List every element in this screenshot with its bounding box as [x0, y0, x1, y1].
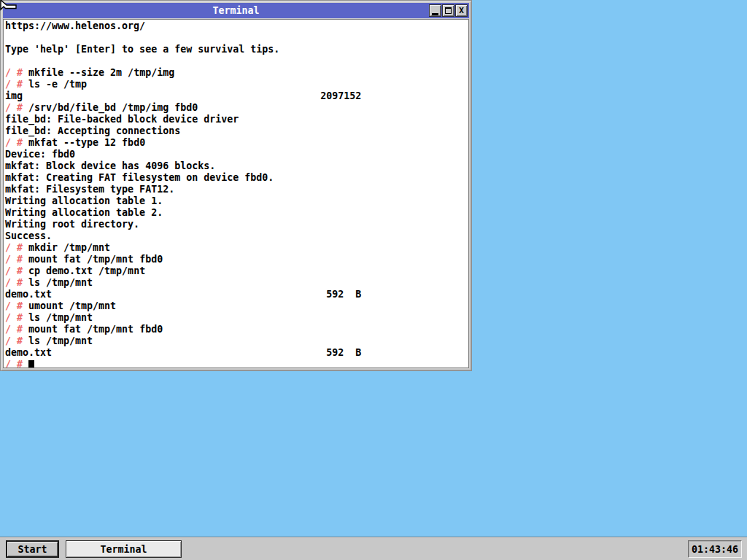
shell-prompt: / # — [5, 254, 28, 265]
terminal-line: / # — [5, 359, 468, 368]
terminal-line: mkfat: Block device has 4096 blocks. — [5, 160, 468, 172]
shell-prompt: / # — [5, 335, 28, 346]
shell-prompt: / # — [5, 277, 28, 288]
terminal-line: https://www.helenos.org/ — [5, 20, 468, 32]
shell-prompt: / # — [5, 79, 28, 90]
taskbar-clock: 01:43:46 — [688, 540, 742, 558]
terminal-line: file_bd: File-backed block device driver — [5, 114, 468, 125]
task-button-terminal[interactable]: Terminal — [66, 540, 182, 558]
terminal-line: Writing allocation table 2. — [5, 207, 468, 219]
minimize-icon — [432, 13, 438, 15]
shell-prompt: / # — [5, 359, 28, 368]
close-button[interactable]: X — [455, 4, 468, 17]
terminal-line: Type 'help' [Enter] to see a few surviva… — [5, 44, 468, 55]
terminal-line: / # mkdir /tmp/mnt — [5, 242, 468, 254]
terminal-line: / # cp demo.txt /tmp/mnt — [5, 265, 468, 277]
terminal-line: / # /srv/bd/file_bd /tmp/img fbd0 — [5, 102, 468, 114]
shell-prompt: / # — [5, 300, 28, 311]
shell-prompt: / # — [5, 324, 28, 335]
terminal-content[interactable]: https://www.helenos.org/ Type 'help' [En… — [3, 19, 469, 368]
shell-prompt: / # — [5, 265, 28, 276]
task-button-label: Terminal — [100, 544, 147, 555]
shell-prompt: / # — [5, 137, 28, 148]
window-controls: X — [429, 4, 468, 17]
terminal-line: / # mount fat /tmp/mnt fbd0 — [5, 324, 468, 335]
terminal-line: img 2097152 — [5, 90, 468, 102]
titlebar[interactable]: Terminal X — [3, 3, 469, 18]
close-icon: X — [459, 7, 464, 15]
terminal-line: mkfat: Filesystem type FAT12. — [5, 184, 468, 195]
maximize-icon — [445, 7, 452, 14]
terminal-line: / # ls -e /tmp — [5, 79, 468, 90]
shell-prompt: / # — [5, 102, 28, 113]
shell-prompt: / # — [5, 312, 28, 323]
shell-prompt: / # — [5, 242, 28, 253]
terminal-line: mkfat: Creating FAT filesystem on device… — [5, 172, 468, 184]
terminal-line — [5, 55, 468, 67]
terminal-line: Device: fbd0 — [5, 149, 468, 160]
terminal-line: demo.txt 592 B — [5, 347, 468, 359]
terminal-line — [5, 32, 468, 44]
terminal-line: Writing allocation table 1. — [5, 195, 468, 207]
terminal-line: Writing root directory. — [5, 219, 468, 230]
terminal-line: / # ls /tmp/mnt — [5, 277, 468, 289]
minimize-button[interactable] — [429, 4, 441, 17]
desktop: Terminal X https://www.helenos.org/ Type… — [0, 0, 747, 560]
window-title: Terminal — [212, 3, 259, 18]
start-button-label: Start — [18, 544, 47, 555]
terminal-line: / # ls /tmp/mnt — [5, 335, 468, 347]
clock-time: 01:43:46 — [692, 544, 738, 555]
terminal-line: demo.txt 592 B — [5, 289, 468, 300]
start-button[interactable]: Start — [6, 540, 59, 558]
terminal-line: / # ls /tmp/mnt — [5, 312, 468, 324]
terminal-line: / # umount /tmp/mnt — [5, 300, 468, 312]
text-cursor — [28, 360, 34, 368]
terminal-window: Terminal X https://www.helenos.org/ Type… — [0, 0, 472, 371]
terminal-line: Success. — [5, 230, 468, 242]
shell-prompt: / # — [5, 67, 28, 78]
terminal-line: / # mount fat /tmp/mnt fbd0 — [5, 254, 468, 265]
terminal-line: / # mkfile --size 2m /tmp/img — [5, 67, 468, 79]
terminal-line: / # mkfat --type 12 fbd0 — [5, 137, 468, 149]
terminal-line: file_bd: Accepting connections — [5, 125, 468, 137]
taskbar: Start Terminal 01:43:46 — [0, 537, 747, 560]
terminal-output: https://www.helenos.org/ Type 'help' [En… — [5, 20, 468, 368]
maximize-button[interactable] — [442, 4, 454, 17]
